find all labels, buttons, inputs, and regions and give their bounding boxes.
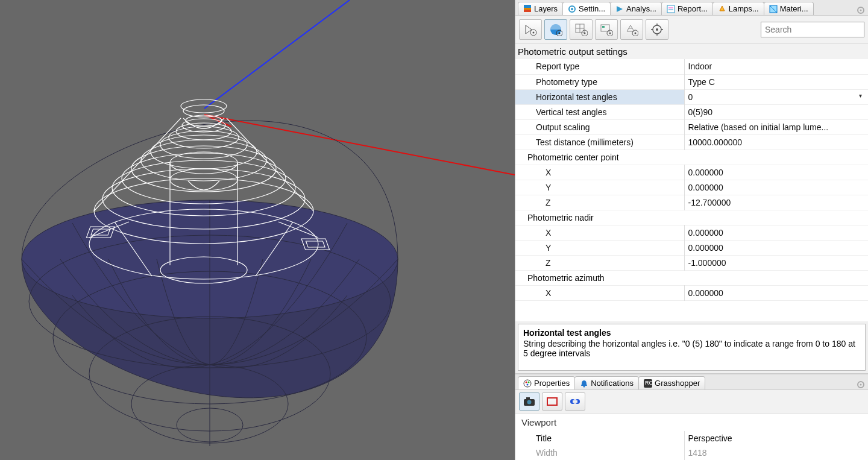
tool-grid-gear[interactable]	[570, 19, 593, 40]
row-report-type[interactable]: Report type Indoor	[515, 59, 868, 74]
svg-marker-43	[617, 6, 623, 12]
prop-value[interactable]: 0.000000	[684, 225, 868, 240]
prop-value[interactable]: -12.700000	[684, 195, 868, 210]
row-output-scaling[interactable]: Output scaling Relative (based on initia…	[515, 119, 868, 134]
tool-camera[interactable]	[519, 392, 539, 411]
panel-options-gear-icon[interactable]	[856, 380, 866, 389]
prop-value[interactable]: Relative (based on initial lamp lume...	[684, 119, 868, 134]
svg-rect-44	[667, 5, 675, 13]
row-cp-x[interactable]: X 0.000000	[515, 165, 868, 180]
svg-point-77	[527, 383, 529, 385]
svg-rect-62	[602, 26, 605, 28]
row-title[interactable]: Title Perspective	[515, 431, 868, 446]
settings-toolbar	[515, 16, 868, 44]
row-group-center-point[interactable]: Photometric center point	[515, 150, 868, 165]
prop-value[interactable]: 0.000000	[684, 180, 868, 195]
svg-point-55	[559, 33, 561, 34]
properties-icon	[523, 379, 532, 388]
prop-value[interactable]: Indoor	[684, 59, 868, 74]
prop-group-label: Photometric center point	[515, 150, 868, 165]
row-na-z[interactable]: Z -1.000000	[515, 255, 868, 270]
prop-label: Width	[515, 446, 684, 460]
tab-analysis[interactable]: Analys...	[610, 2, 662, 15]
row-az-x[interactable]: X 0.000000	[515, 285, 868, 300]
prop-value[interactable]: 0(5)90	[684, 104, 868, 119]
prop-value[interactable]: 0.000000	[684, 165, 868, 180]
prop-label: Title	[515, 431, 684, 446]
prop-value[interactable]: -1.000000	[684, 255, 868, 270]
viewport-section-title: Viewport	[515, 414, 868, 431]
svg-rect-87	[573, 400, 577, 403]
prop-label: Horizontal test angles	[515, 89, 684, 104]
grasshopper-icon: RCP	[644, 379, 652, 388]
prop-label: Test distance (millimeters)	[515, 134, 684, 150]
row-vertical-test-angles[interactable]: Vertical test angles 0(5)90	[515, 104, 868, 119]
svg-point-60	[584, 33, 586, 34]
viewport-properties: Title Perspective Width 1418	[515, 431, 868, 460]
tool-settings-gear[interactable]	[646, 19, 668, 40]
tab-materials[interactable]: Materi...	[764, 2, 814, 15]
viewport-3d[interactable]	[0, 0, 515, 460]
row-test-distance[interactable]: Test distance (millimeters) 10000.000000	[515, 134, 868, 150]
tool-link[interactable]	[565, 392, 585, 411]
prop-label: Report type	[515, 59, 684, 74]
row-na-y[interactable]: Y 0.000000	[515, 240, 868, 255]
svg-point-52	[533, 32, 535, 34]
row-photometry-type[interactable]: Photometry type Type C	[515, 74, 868, 89]
prop-label: Y	[515, 180, 684, 195]
prop-label: Y	[515, 240, 684, 255]
tab-grasshopper[interactable]: RCP Grasshopper	[638, 376, 705, 389]
tab-label: Settin...	[579, 4, 605, 13]
tool-photometry[interactable]	[544, 19, 567, 40]
prop-value: 1418	[684, 446, 868, 460]
tool-display-gear[interactable]	[595, 19, 618, 40]
prop-label: Output scaling	[515, 119, 684, 134]
tab-label: Materi...	[780, 4, 808, 13]
row-cp-y[interactable]: Y 0.000000	[515, 180, 868, 195]
tool-run-gear[interactable]	[519, 19, 542, 40]
panel-options-gear-icon[interactable]	[856, 5, 866, 15]
tab-properties[interactable]: Properties	[518, 376, 575, 389]
prop-value[interactable]: Perspective	[684, 431, 868, 446]
lamp-icon	[718, 5, 726, 13]
row-group-nadir[interactable]: Photometric nadir	[515, 210, 868, 225]
tab-settings[interactable]: Settin...	[562, 2, 611, 15]
prop-label: Photometry type	[515, 74, 684, 89]
row-horizontal-test-angles[interactable]: Horizontal test angles 0▾	[515, 89, 868, 104]
play-icon	[615, 5, 624, 13]
prop-value[interactable]: Type C	[684, 74, 868, 89]
property-grid: Report type Indoor Photometry type Type …	[515, 59, 868, 301]
svg-point-49	[860, 10, 862, 11]
row-group-azimuth[interactable]: Photometric azimuth	[515, 270, 868, 285]
row-na-x[interactable]: X 0.000000	[515, 225, 868, 240]
svg-rect-61	[601, 25, 609, 31]
layers-icon	[523, 5, 532, 13]
svg-point-82	[527, 400, 532, 405]
tab-label: Grasshopper	[655, 379, 700, 388]
tab-notifications[interactable]: Notifications	[574, 376, 639, 389]
prop-label: X	[515, 165, 684, 180]
section-title: Photometric output settings	[515, 44, 868, 59]
prop-label: Vertical test angles	[515, 104, 684, 119]
prop-value[interactable]: 0.000000	[684, 285, 868, 300]
prop-value[interactable]: 10000.000000	[684, 134, 868, 150]
description-title: Horizontal test angles	[523, 328, 860, 338]
prop-group-label: Photometric nadir	[515, 210, 868, 225]
tab-layers[interactable]: Layers	[518, 2, 563, 15]
prop-value[interactable]: 0.000000	[684, 240, 868, 255]
chevron-down-icon[interactable]: ▾	[859, 92, 864, 99]
tab-label: Lamps...	[729, 4, 759, 13]
description-body: String describing the horizontal angles …	[523, 339, 860, 358]
tab-label: Properties	[534, 379, 570, 388]
row-cp-z[interactable]: Z -12.700000	[515, 195, 868, 210]
tab-lamps[interactable]: Lamps...	[712, 2, 764, 15]
tab-label: Notifications	[591, 379, 634, 388]
svg-rect-83	[526, 397, 530, 400]
tool-frame[interactable]	[542, 392, 562, 411]
tab-report[interactable]: Report...	[661, 2, 713, 15]
report-icon	[667, 5, 675, 13]
prop-value[interactable]: 0▾	[684, 89, 868, 104]
svg-point-67	[635, 33, 637, 34]
tool-mesh-gear[interactable]	[620, 19, 643, 40]
search-input[interactable]	[761, 22, 864, 37]
